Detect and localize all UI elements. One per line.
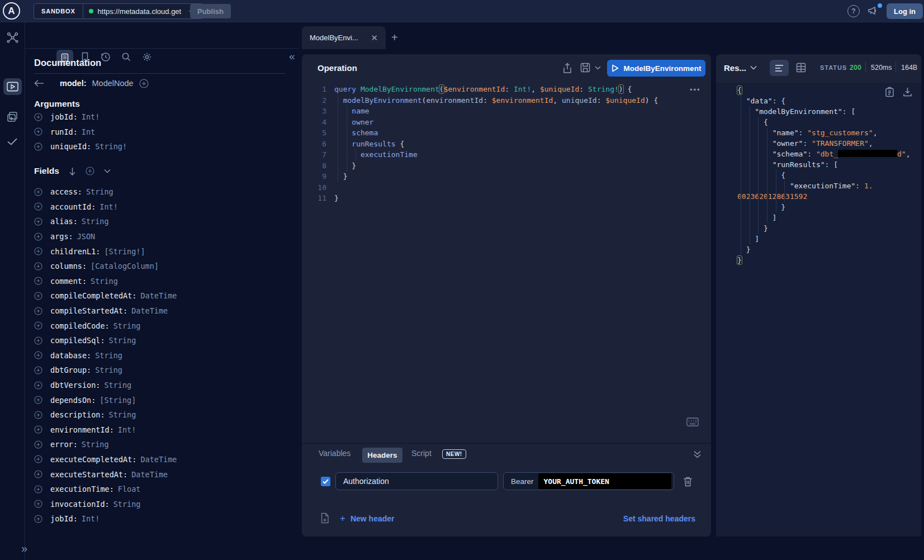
- field-type[interactable]: String: [82, 217, 109, 226]
- header-key-input[interactable]: Authorization: [335, 472, 498, 490]
- add-to-query-icon[interactable]: [34, 440, 42, 449]
- field-type[interactable]: Int!: [82, 112, 100, 121]
- code-line[interactable]: 9 }: [312, 171, 658, 182]
- field-type[interactable]: String: [113, 500, 141, 509]
- code-line[interactable]: "name": "stg_customers",: [737, 127, 911, 138]
- code-line[interactable]: 2 modelByEnvironment(environmentId: $env…: [312, 95, 658, 106]
- field-type[interactable]: [String!]: [104, 247, 145, 256]
- save-operation-icon[interactable]: [580, 63, 590, 73]
- response-format-json-icon[interactable]: [770, 60, 789, 76]
- code-line[interactable]: 4 owner: [312, 117, 658, 128]
- add-to-query-icon[interactable]: [34, 411, 42, 419]
- field-type[interactable]: Int!: [99, 202, 118, 211]
- explorer-settings-gear-icon[interactable]: [142, 52, 152, 62]
- field-name[interactable]: description:: [50, 410, 105, 419]
- field-name[interactable]: compiledCode:: [50, 321, 110, 330]
- field-name[interactable]: childrenL1:: [50, 247, 100, 256]
- add-to-query-icon[interactable]: [34, 485, 42, 493]
- add-to-query-icon[interactable]: [34, 113, 42, 121]
- announcements-icon[interactable]: [867, 5, 878, 16]
- add-to-query-icon[interactable]: [34, 321, 42, 330]
- code-line[interactable]: 0023620128631592: [737, 191, 911, 202]
- code-line[interactable]: 7 executionTime: [312, 149, 658, 160]
- field-type[interactable]: String: [91, 277, 118, 286]
- code-line[interactable]: 8 }: [312, 160, 658, 172]
- publish-button[interactable]: Publish: [190, 4, 231, 18]
- field-type[interactable]: [String]: [99, 396, 136, 405]
- add-to-query-icon[interactable]: [34, 351, 42, 359]
- add-to-query-icon[interactable]: [34, 381, 42, 390]
- field-name[interactable]: jobId:: [50, 112, 78, 121]
- login-button[interactable]: Log in: [887, 3, 923, 19]
- field-type[interactable]: String: [82, 440, 109, 449]
- delete-header-icon[interactable]: [683, 476, 693, 487]
- field-type[interactable]: Int!: [82, 514, 100, 523]
- field-type[interactable]: String!: [95, 142, 127, 151]
- keyboard-shortcuts-icon[interactable]: [686, 417, 699, 426]
- field-name[interactable]: dbtGroup:: [50, 366, 91, 374]
- code-line[interactable]: "runResults": [: [737, 159, 911, 170]
- response-json-viewer[interactable]: { "data": { "modelByEnvironment": [ { "n…: [737, 85, 911, 265]
- add-all-fields-icon[interactable]: [86, 167, 94, 175]
- explorer-nav-item[interactable]: [3, 78, 22, 95]
- field-name[interactable]: alias:: [50, 217, 78, 226]
- add-to-query-icon[interactable]: [34, 188, 42, 196]
- field-type[interactable]: Int!: [118, 425, 136, 434]
- headers-from-file-icon[interactable]: [320, 512, 330, 524]
- add-to-query-icon[interactable]: [34, 217, 42, 226]
- collapse-doc-panel-icon[interactable]: «: [289, 50, 295, 63]
- field-name[interactable]: executionTime:: [50, 485, 114, 493]
- field-name[interactable]: compiledSql:: [50, 336, 105, 345]
- code-line[interactable]: 5 schema: [312, 127, 658, 139]
- set-shared-headers-link[interactable]: Set shared headers: [581, 514, 695, 523]
- code-line[interactable]: "data": {: [737, 96, 911, 106]
- sort-fields-icon[interactable]: [69, 167, 76, 175]
- endpoint-url-field[interactable]: https://metadata.cloud.get: [83, 4, 203, 18]
- tab-headers[interactable]: Headers: [362, 448, 402, 463]
- add-to-query-icon[interactable]: [34, 336, 42, 345]
- collapse-bottom-panel-icon[interactable]: [693, 450, 702, 458]
- add-to-query-icon[interactable]: [34, 277, 42, 285]
- code-line[interactable]: 6 runResults {: [312, 139, 658, 150]
- back-arrow-icon[interactable]: [34, 79, 44, 87]
- changelog-nav-icon[interactable]: [6, 111, 18, 123]
- add-to-query-icon[interactable]: [34, 307, 42, 315]
- header-enabled-checkbox[interactable]: [321, 477, 330, 486]
- add-to-query-icon[interactable]: [34, 470, 42, 478]
- save-dropdown-chevron-icon[interactable]: [595, 66, 601, 70]
- add-field-circle-icon[interactable]: [139, 79, 149, 88]
- add-to-query-icon[interactable]: [34, 500, 42, 508]
- code-line[interactable]: "owner": "TRANSFORMER",: [737, 138, 911, 149]
- add-to-query-icon[interactable]: [34, 515, 42, 523]
- field-name[interactable]: compileStartedAt:: [50, 306, 127, 315]
- field-type[interactable]: Float: [118, 485, 141, 493]
- code-line[interactable]: ]: [737, 212, 911, 223]
- code-line[interactable]: 1query ModelByEnvironment($environmentId…: [312, 84, 658, 95]
- response-dropdown-chevron-icon[interactable]: [750, 65, 757, 70]
- new-tab-icon[interactable]: +: [391, 31, 398, 44]
- field-name[interactable]: executeStartedAt:: [50, 470, 127, 479]
- field-name[interactable]: dbtVersion:: [50, 381, 100, 390]
- add-to-query-icon[interactable]: [34, 366, 42, 374]
- header-value-input[interactable]: Bearer YOUR_AUTH_TOKEN: [503, 472, 674, 490]
- code-line[interactable]: }: [737, 255, 911, 265]
- add-to-query-icon[interactable]: [34, 262, 42, 270]
- field-type[interactable]: String: [109, 410, 136, 419]
- add-to-query-icon[interactable]: [34, 143, 42, 151]
- field-type[interactable]: String: [95, 351, 122, 360]
- code-line[interactable]: }: [737, 223, 911, 234]
- field-type[interactable]: String: [104, 381, 131, 390]
- code-line[interactable]: ]: [737, 234, 911, 244]
- field-type[interactable]: Int: [82, 127, 95, 136]
- add-to-query-icon[interactable]: [34, 127, 42, 136]
- add-to-query-icon[interactable]: [34, 425, 42, 434]
- code-line[interactable]: 3 name: [312, 106, 658, 117]
- code-line[interactable]: 11}: [312, 193, 658, 204]
- field-type[interactable]: DateTime: [131, 306, 168, 315]
- field-name[interactable]: uniqueId:: [50, 142, 91, 151]
- add-to-query-icon[interactable]: [34, 232, 42, 241]
- code-line[interactable]: {: [737, 85, 911, 96]
- add-to-query-icon[interactable]: [34, 292, 42, 300]
- checks-nav-icon[interactable]: [6, 135, 18, 148]
- editor-overflow-menu-icon[interactable]: •••: [690, 86, 701, 94]
